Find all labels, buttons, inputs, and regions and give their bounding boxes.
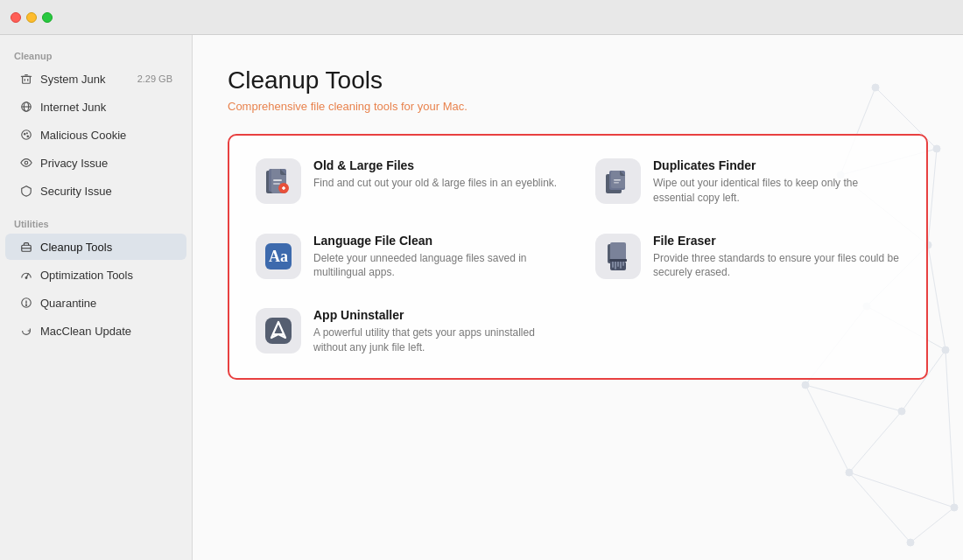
language-file-clean-desc: Delete your unneeded language files save… bbox=[313, 251, 560, 281]
duplicates-finder-name: Duplicates Finder bbox=[653, 158, 900, 172]
trash-icon bbox=[19, 72, 33, 86]
svg-rect-65 bbox=[615, 261, 616, 270]
svg-point-8 bbox=[22, 130, 32, 140]
svg-point-11 bbox=[26, 133, 27, 134]
sidebar-item-malicious-cookie[interactable]: Malicious Cookie bbox=[5, 122, 186, 148]
file-eraser-text: File Eraser Provide three standards to e… bbox=[653, 234, 900, 281]
svg-line-43 bbox=[805, 385, 902, 411]
duplicates-finder-text: Duplicates Finder Wipe out your identica… bbox=[653, 158, 900, 206]
maximize-button[interactable] bbox=[42, 12, 53, 23]
app-uninstaller-icon-wrap bbox=[256, 308, 301, 354]
sidebar-item-optimization-tools[interactable]: Optimization Tools bbox=[5, 262, 186, 288]
sidebar-item-macclean-update[interactable]: MacClean Update bbox=[5, 318, 186, 344]
language-file-clean-name: Language File Clean bbox=[313, 234, 560, 248]
tools-grid-container: Old & Large Files Find and cut out your … bbox=[228, 134, 928, 380]
svg-rect-50 bbox=[273, 179, 282, 181]
sidebar: Cleanup System Junk 2.29 GB bbox=[0, 35, 193, 560]
svg-rect-58 bbox=[614, 182, 619, 184]
svg-line-47 bbox=[805, 385, 849, 472]
old-large-files-text: Old & Large Files Find and cut out your … bbox=[313, 158, 560, 191]
old-large-files-name: Old & Large Files bbox=[313, 158, 560, 172]
security-issue-label: Security Issue bbox=[40, 185, 172, 198]
page-title: Cleanup Tools bbox=[228, 66, 928, 94]
svg-rect-51 bbox=[273, 183, 280, 185]
svg-line-46 bbox=[910, 508, 954, 542]
minimize-button[interactable] bbox=[26, 12, 37, 23]
sidebar-item-privacy-issue[interactable]: Privacy Issue bbox=[5, 150, 186, 176]
old-large-files-icon-wrap bbox=[256, 158, 301, 204]
tool-old-large-files[interactable]: Old & Large Files Find and cut out your … bbox=[238, 144, 578, 220]
system-junk-label: System Junk bbox=[40, 73, 130, 86]
svg-rect-64 bbox=[612, 261, 614, 268]
svg-point-19 bbox=[25, 304, 26, 305]
svg-rect-62 bbox=[610, 242, 626, 262]
globe-icon bbox=[19, 100, 33, 114]
tools-grid: Old & Large Files Find and cut out your … bbox=[238, 144, 917, 369]
svg-point-9 bbox=[25, 133, 25, 134]
close-button[interactable] bbox=[11, 12, 21, 23]
svg-rect-67 bbox=[620, 261, 622, 269]
tool-app-uninstaller[interactable]: App Uninstaller A powerful utility that … bbox=[238, 294, 578, 369]
app-body: Cleanup System Junk 2.29 GB bbox=[0, 35, 963, 560]
briefcase-icon bbox=[19, 240, 33, 254]
old-large-files-desc: Find and cut out your old & large files … bbox=[313, 176, 560, 191]
svg-line-41 bbox=[945, 350, 954, 508]
svg-rect-0 bbox=[23, 76, 31, 83]
shield-icon bbox=[19, 184, 33, 198]
quarantine-label: Quarantine bbox=[40, 297, 172, 310]
svg-point-12 bbox=[25, 161, 28, 164]
sidebar-item-cleanup-tools[interactable]: Cleanup Tools bbox=[5, 234, 186, 260]
update-icon bbox=[19, 324, 33, 338]
svg-rect-69 bbox=[609, 259, 627, 262]
quarantine-icon bbox=[19, 296, 33, 310]
utilities-section-label: Utilities bbox=[0, 214, 192, 233]
tool-duplicates-finder[interactable]: Duplicates Finder Wipe out your identica… bbox=[578, 144, 917, 220]
svg-point-16 bbox=[25, 277, 27, 279]
sidebar-item-security-issue[interactable]: Security Issue bbox=[5, 178, 186, 204]
sidebar-item-quarantine[interactable]: Quarantine bbox=[5, 290, 186, 316]
privacy-issue-label: Privacy Issue bbox=[40, 157, 172, 170]
gauge-icon bbox=[19, 268, 33, 282]
svg-rect-66 bbox=[617, 261, 619, 267]
svg-text:Aa: Aa bbox=[269, 248, 288, 265]
duplicates-finder-desc: Wipe out your identical files to keep on… bbox=[653, 176, 900, 206]
cookie-icon bbox=[19, 128, 33, 142]
language-file-clean-icon-wrap: Aa bbox=[256, 234, 301, 279]
macclean-update-label: MacClean Update bbox=[40, 325, 172, 338]
sidebar-item-internet-junk[interactable]: Internet Junk bbox=[5, 94, 186, 120]
file-eraser-name: File Eraser bbox=[653, 234, 900, 248]
malicious-cookie-label: Malicious Cookie bbox=[40, 129, 172, 142]
traffic-lights bbox=[11, 12, 53, 23]
language-file-clean-text: Language File Clean Delete your unneeded… bbox=[313, 234, 560, 281]
duplicates-finder-icon-wrap bbox=[595, 158, 641, 204]
file-eraser-icon-wrap bbox=[595, 234, 641, 279]
sidebar-item-system-junk[interactable]: System Junk 2.29 GB bbox=[5, 66, 186, 92]
system-junk-badge: 2.29 GB bbox=[137, 74, 172, 84]
svg-line-37 bbox=[928, 245, 945, 350]
app-uninstaller-desc: A powerful utility that gets your apps u… bbox=[313, 326, 560, 355]
cleanup-section-label: Cleanup bbox=[0, 46, 192, 65]
titlebar bbox=[0, 0, 963, 35]
tool-file-eraser[interactable]: File Eraser Provide three standards to e… bbox=[578, 220, 917, 295]
svg-line-42 bbox=[849, 411, 902, 472]
svg-line-34 bbox=[928, 149, 937, 245]
eye-icon bbox=[19, 156, 33, 170]
internet-junk-label: Internet Junk bbox=[40, 101, 172, 114]
optimization-tools-label: Optimization Tools bbox=[40, 269, 172, 282]
app-uninstaller-name: App Uninstaller bbox=[313, 308, 560, 322]
cleanup-tools-label: Cleanup Tools bbox=[40, 241, 172, 254]
app-uninstaller-text: App Uninstaller A powerful utility that … bbox=[313, 308, 560, 355]
page-subtitle: Comprehensive file cleaning tools for yo… bbox=[228, 100, 928, 113]
svg-point-10 bbox=[27, 136, 28, 136]
file-eraser-desc: Provide three standards to ensure your f… bbox=[653, 251, 900, 281]
tool-language-file-clean[interactable]: Aa Language File Clean Delete your unnee… bbox=[238, 220, 578, 295]
svg-rect-57 bbox=[614, 179, 621, 181]
main-content: Cleanup Tools Comprehensive file cleanin… bbox=[193, 35, 963, 560]
